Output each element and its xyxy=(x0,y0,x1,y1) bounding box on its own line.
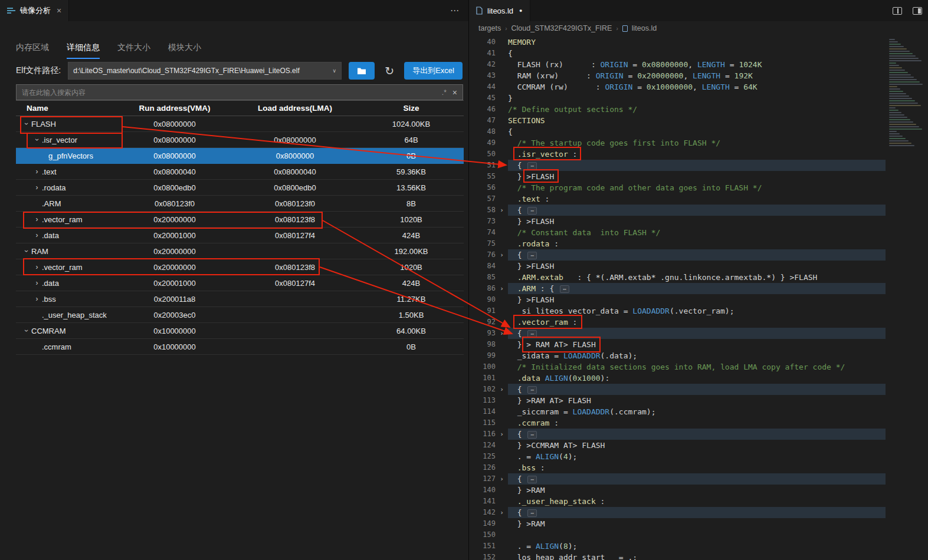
code-line[interactable]: 75 .rodata : xyxy=(469,238,886,249)
chevron-right-icon[interactable]: › xyxy=(32,183,42,192)
code-line[interactable]: 73 } >FLASH xyxy=(469,216,886,227)
fold-chevron-icon[interactable]: › xyxy=(496,507,508,518)
code-line[interactable]: 152 los_heap_addr_start = .; xyxy=(469,552,886,560)
code-line[interactable]: 150 xyxy=(469,529,886,541)
code-line[interactable]: 44 CCMRAM (rw) : ORIGIN = 0x10000000, LE… xyxy=(469,81,886,93)
search-input[interactable] xyxy=(22,88,436,97)
code-line[interactable]: 76› { ⋯ xyxy=(469,249,886,261)
fold-chevron-icon[interactable]: › xyxy=(496,160,508,171)
code-line[interactable]: 51› { ⋯ xyxy=(469,160,886,171)
code-line[interactable]: 126 .bss : xyxy=(469,462,886,473)
code-line[interactable]: 45} xyxy=(469,93,886,104)
code-line[interactable]: 58› { ⋯ xyxy=(469,205,886,216)
table-row[interactable]: ›.text0x080000400x0800004059.36KB xyxy=(16,164,464,180)
close-icon[interactable]: × xyxy=(57,6,61,15)
code-line[interactable]: 151 . = ALIGN(8); xyxy=(469,541,886,552)
clear-search-icon[interactable]: × xyxy=(452,88,457,97)
chevron-right-icon[interactable]: › xyxy=(32,215,42,223)
code-line[interactable]: 124 } >CCMRAM AT> FLASH xyxy=(469,440,886,451)
fold-chevron-icon[interactable]: › xyxy=(496,384,508,395)
chevron-down-icon[interactable]: ∨ xyxy=(333,68,337,74)
breadcrumb-item[interactable]: targets xyxy=(478,24,501,32)
table-row[interactable]: ›.vector_ram0x200000000x080123f81020B xyxy=(16,259,464,275)
code-line[interactable]: 84 } >FLASH xyxy=(469,261,886,272)
minimap[interactable] xyxy=(886,35,928,560)
regex-icon[interactable]: .* xyxy=(442,88,447,97)
table-row[interactable]: ›.data0x200010000x080127f4424B xyxy=(16,228,464,243)
table-row[interactable]: .ccmram0x100000000B xyxy=(16,339,464,355)
code-line[interactable]: 42 FLASH (rx) : ORIGIN = 0x08000000, LEN… xyxy=(469,59,886,70)
refresh-button[interactable]: ↻ xyxy=(382,62,397,80)
tab-详细信息[interactable]: 详细信息 xyxy=(67,42,100,59)
fold-chevron-icon[interactable]: › xyxy=(496,205,508,216)
code-line[interactable]: 149 } >RAM xyxy=(469,518,886,529)
code-line[interactable]: 86› .ARM : { ⋯ xyxy=(469,283,886,294)
table-row[interactable]: ›.isr_vector0x080000000x0800000064B xyxy=(16,132,464,148)
chevron-right-icon[interactable]: › xyxy=(32,279,42,287)
table-row[interactable]: ._user_heap_stack0x20003ec01.50KB xyxy=(16,307,464,323)
code-line[interactable]: 142› { ⋯ xyxy=(469,507,886,518)
breadcrumb-item[interactable]: Cloud_STM32F429IGTx_FIRE xyxy=(511,24,612,32)
code-line[interactable]: 98 } > RAM AT> FLASH xyxy=(469,339,886,350)
code-line[interactable]: 125 . = ALIGN(4); xyxy=(469,451,886,462)
fold-chevron-icon[interactable]: › xyxy=(496,473,508,485)
table-row[interactable]: ›CCMRAM0x1000000064.00KB xyxy=(16,323,464,339)
code-line[interactable]: 47SECTIONS xyxy=(469,115,886,126)
table-row[interactable]: ›FLASH0x080000001024.00KB xyxy=(16,116,464,132)
code-line[interactable]: 116› { ⋯ xyxy=(469,429,886,440)
chevron-down-icon[interactable]: › xyxy=(22,247,31,256)
code-line[interactable]: 57 .text : xyxy=(469,193,886,205)
chevron-right-icon[interactable]: › xyxy=(32,231,42,239)
code-line[interactable]: 55 } >FLASH xyxy=(469,171,886,182)
table-row[interactable]: .ARM0x080123f00x080123f08B xyxy=(16,196,464,212)
chevron-down-icon[interactable]: › xyxy=(22,120,31,129)
code-line[interactable]: 50 .isr_vector : xyxy=(469,149,886,160)
code-line[interactable]: 85 .ARM.extab : { *(.ARM.extab* .gnu.lin… xyxy=(469,272,886,283)
chevron-down-icon[interactable]: › xyxy=(22,327,31,335)
code-line[interactable]: 99 _sidata = LOADADDR(.data); xyxy=(469,350,886,361)
code-line[interactable]: 92 .vector_ram : xyxy=(469,317,886,328)
tab-模块大小[interactable]: 模块大小 xyxy=(168,42,201,59)
code-line[interactable]: 43 RAM (xrw) : ORIGIN = 0x20000000, LENG… xyxy=(469,70,886,81)
more-actions-icon[interactable]: ⋯ xyxy=(450,0,459,21)
table-row[interactable]: ›.vector_ram0x200000000x080123f81020B xyxy=(16,212,464,228)
fold-chevron-icon[interactable]: › xyxy=(496,328,508,339)
elf-path-select[interactable]: ∨ xyxy=(68,62,342,80)
code-line[interactable]: 48{ xyxy=(469,126,886,137)
code-line[interactable]: 93› { ⋯ xyxy=(469,328,886,339)
code-line[interactable]: 56 /* The program code and other data go… xyxy=(469,182,886,193)
fold-chevron-icon[interactable]: › xyxy=(496,283,508,294)
code-line[interactable]: 102› { ⋯ xyxy=(469,384,886,395)
code-line[interactable]: 101 .data ALIGN(0x1000): xyxy=(469,373,886,384)
code-line[interactable]: 46/* Define output sections */ xyxy=(469,104,886,115)
breadcrumb-item[interactable]: liteos.ld xyxy=(632,24,657,32)
code-line[interactable]: 113 } >RAM AT> FLASH xyxy=(469,395,886,406)
chevron-down-icon[interactable]: › xyxy=(33,136,41,144)
table-row[interactable]: ›.rodata0x0800edb00x0800edb013.56KB xyxy=(16,180,464,196)
fold-chevron-icon[interactable]: › xyxy=(496,249,508,261)
chevron-right-icon[interactable]: › xyxy=(32,263,42,271)
tab-文件大小[interactable]: 文件大小 xyxy=(117,42,150,59)
code-line[interactable]: 100 /* Initialized data sections goes in… xyxy=(469,361,886,373)
modified-dot-icon[interactable]: ● xyxy=(519,8,522,14)
code-line[interactable]: 90 } >FLASH xyxy=(469,294,886,305)
tab-内存区域[interactable]: 内存区域 xyxy=(16,42,49,59)
editor-tab-liteos[interactable]: liteos.ld ● xyxy=(469,0,530,21)
table-row[interactable]: ›.data0x200010000x080127f4424B xyxy=(16,275,464,291)
split-editor-icon[interactable] xyxy=(893,7,902,15)
open-folder-button[interactable] xyxy=(349,62,375,80)
table-row[interactable]: ›.bss0x200011a811.27KB xyxy=(16,291,464,307)
table-row[interactable]: g_pfnVectors0x080000000x80000000B xyxy=(16,148,464,164)
code-line[interactable]: 40MEMORY xyxy=(469,37,886,48)
editor-layout-icon[interactable] xyxy=(913,7,922,15)
code-line[interactable]: 141 ._user_heap_stack : xyxy=(469,496,886,507)
chevron-right-icon[interactable]: › xyxy=(32,295,42,303)
code-line[interactable]: 115 .ccmram : xyxy=(469,417,886,429)
analysis-tool-tab[interactable]: 镜像分析 × xyxy=(0,0,69,21)
fold-chevron-icon[interactable]: › xyxy=(496,429,508,440)
code-line[interactable]: 49 /* The startup code goes first into F… xyxy=(469,137,886,149)
code-line[interactable]: 41{ xyxy=(469,48,886,59)
code-line[interactable]: 127› { ⋯ xyxy=(469,473,886,485)
chevron-right-icon[interactable]: › xyxy=(32,167,42,176)
code-line[interactable]: 114 _siccmram = LOADADDR(.ccmram); xyxy=(469,406,886,417)
